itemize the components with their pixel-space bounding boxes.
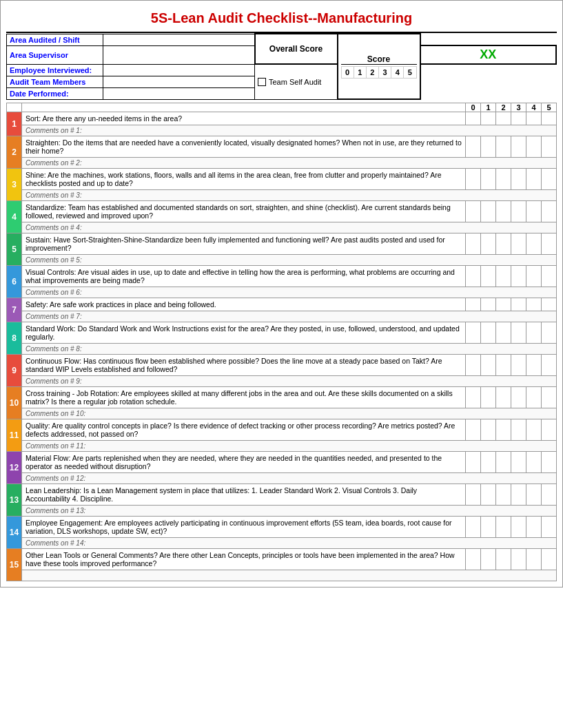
score-cell-1-1[interactable]: [481, 112, 496, 125]
score-cell-9-0[interactable]: [466, 355, 481, 376]
score-cell-2-5[interactable]: [542, 136, 557, 158]
score-cell-2-0[interactable]: [466, 136, 481, 158]
score-cell-14-3[interactable]: [511, 517, 526, 538]
score-cell-7-5[interactable]: [542, 298, 557, 311]
score-cell-9-3[interactable]: [511, 355, 526, 376]
score-cell-9-5[interactable]: [542, 355, 557, 376]
score-cell-7-0[interactable]: [466, 298, 481, 311]
score-cell-13-4[interactable]: [526, 484, 542, 506]
score-cell-9-1[interactable]: [481, 355, 496, 376]
score-cell-2-4[interactable]: [526, 136, 542, 158]
score-cell-11-5[interactable]: [542, 419, 557, 441]
comment-label-5[interactable]: Comments on # 5:: [22, 255, 557, 266]
score-cell-6-1[interactable]: [481, 266, 496, 287]
score-cell-4-2[interactable]: [496, 201, 511, 222]
score-cell-14-5[interactable]: [542, 517, 557, 538]
score-cell-10-0[interactable]: [466, 387, 481, 408]
comment-label-11[interactable]: Comments on # 11:: [22, 441, 557, 452]
score-cell-12-4[interactable]: [526, 452, 542, 473]
area-supervisor-value[interactable]: [103, 45, 255, 64]
audit-team-value[interactable]: [103, 76, 255, 87]
score-cell-3-5[interactable]: [542, 169, 557, 190]
score-cell-6-0[interactable]: [466, 266, 481, 287]
score-cell-4-1[interactable]: [481, 201, 496, 222]
comment-label-15[interactable]: [22, 570, 557, 581]
score-cell-7-1[interactable]: [481, 298, 496, 311]
score-cell-12-1[interactable]: [481, 452, 496, 473]
score-cell-2-3[interactable]: [511, 136, 526, 158]
score-cell-13-2[interactable]: [496, 484, 511, 506]
score-cell-2-2[interactable]: [496, 136, 511, 158]
score-cell-5-4[interactable]: [526, 233, 542, 255]
score-cell-15-2[interactable]: [496, 549, 511, 570]
score-cell-11-1[interactable]: [481, 419, 496, 441]
score-cell-7-4[interactable]: [526, 298, 542, 311]
score-cell-4-5[interactable]: [542, 201, 557, 222]
comment-label-13[interactable]: Comments on # 13:: [22, 506, 557, 517]
score-cell-5-1[interactable]: [481, 233, 496, 255]
score-cell-5-5[interactable]: [542, 233, 557, 255]
score-cell-15-5[interactable]: [542, 549, 557, 570]
score-cell-4-3[interactable]: [511, 201, 526, 222]
score-cell-1-5[interactable]: [542, 112, 557, 125]
score-cell-12-3[interactable]: [511, 452, 526, 473]
score-cell-11-3[interactable]: [511, 419, 526, 441]
score-cell-13-0[interactable]: [466, 484, 481, 506]
comment-label-1[interactable]: Comments on # 1:: [22, 125, 557, 136]
score-cell-5-3[interactable]: [511, 233, 526, 255]
score-cell-3-2[interactable]: [496, 169, 511, 190]
score-cell-1-3[interactable]: [511, 112, 526, 125]
comment-label-7[interactable]: Comments on # 7:: [22, 311, 557, 322]
score-cell-6-4[interactable]: [526, 266, 542, 287]
score-cell-15-0[interactable]: [466, 549, 481, 570]
score-cell-5-0[interactable]: [466, 233, 481, 255]
score-cell-4-4[interactable]: [526, 201, 542, 222]
score-cell-8-3[interactable]: [511, 322, 526, 344]
score-cell-8-4[interactable]: [526, 322, 542, 344]
date-performed-value[interactable]: [103, 87, 255, 99]
employee-interviewed-value[interactable]: [103, 64, 255, 76]
score-cell-10-3[interactable]: [511, 387, 526, 408]
comment-label-6[interactable]: Comments on # 6:: [22, 287, 557, 298]
comment-label-2[interactable]: Comments on # 2:: [22, 158, 557, 169]
score-cell-7-3[interactable]: [511, 298, 526, 311]
score-cell-14-0[interactable]: [466, 517, 481, 538]
score-cell-15-1[interactable]: [481, 549, 496, 570]
score-cell-13-1[interactable]: [481, 484, 496, 506]
score-cell-7-2[interactable]: [496, 298, 511, 311]
score-cell-5-2[interactable]: [496, 233, 511, 255]
score-cell-14-1[interactable]: [481, 517, 496, 538]
score-cell-3-3[interactable]: [511, 169, 526, 190]
comment-label-8[interactable]: Comments on # 8:: [22, 344, 557, 355]
score-cell-11-0[interactable]: [466, 419, 481, 441]
comment-label-9[interactable]: Comments on # 9:: [22, 376, 557, 387]
score-cell-4-0[interactable]: [466, 201, 481, 222]
score-cell-12-5[interactable]: [542, 452, 557, 473]
score-cell-9-4[interactable]: [526, 355, 542, 376]
score-cell-11-4[interactable]: [526, 419, 542, 441]
score-cell-3-1[interactable]: [481, 169, 496, 190]
score-cell-10-1[interactable]: [481, 387, 496, 408]
score-cell-2-1[interactable]: [481, 136, 496, 158]
score-cell-12-2[interactable]: [496, 452, 511, 473]
score-cell-1-0[interactable]: [466, 112, 481, 125]
score-cell-6-5[interactable]: [542, 266, 557, 287]
score-cell-3-4[interactable]: [526, 169, 542, 190]
score-cell-14-4[interactable]: [526, 517, 542, 538]
score-cell-1-4[interactable]: [526, 112, 542, 125]
comment-label-10[interactable]: Comments on # 10:: [22, 408, 557, 419]
score-cell-3-0[interactable]: [466, 169, 481, 190]
comment-label-14[interactable]: Comments on # 14:: [22, 538, 557, 549]
score-cell-8-1[interactable]: [481, 322, 496, 344]
score-cell-12-0[interactable]: [466, 452, 481, 473]
score-cell-1-2[interactable]: [496, 112, 511, 125]
score-cell-13-3[interactable]: [511, 484, 526, 506]
score-cell-11-2[interactable]: [496, 419, 511, 441]
score-cell-10-2[interactable]: [496, 387, 511, 408]
score-cell-8-0[interactable]: [466, 322, 481, 344]
score-cell-10-5[interactable]: [542, 387, 557, 408]
comment-label-3[interactable]: Comments on # 3:: [22, 190, 557, 201]
score-cell-6-2[interactable]: [496, 266, 511, 287]
area-audited-value[interactable]: [103, 34, 255, 45]
score-cell-8-2[interactable]: [496, 322, 511, 344]
